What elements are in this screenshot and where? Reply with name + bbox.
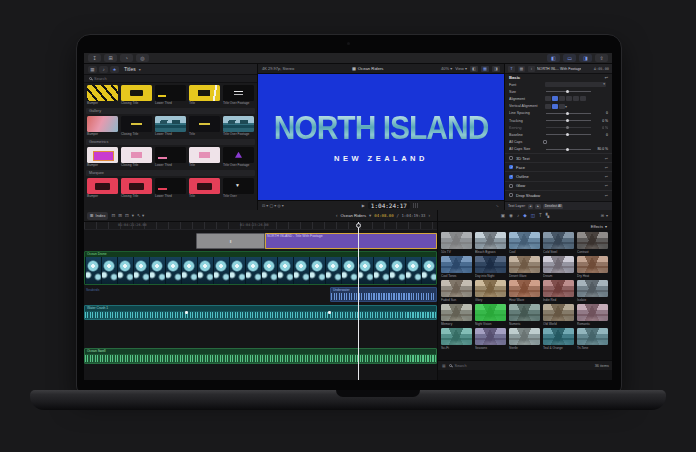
effect-tile[interactable]: Day into Night [475,256,506,278]
effect-tile[interactable]: Contrast [577,232,608,254]
effect-tile[interactable]: Bleach Bypass [475,232,506,254]
section-checkbox[interactable] [509,193,513,197]
title-template[interactable]: Bumper [87,85,118,106]
prev-layer-button[interactable]: ◂ [528,204,534,209]
play-icon[interactable]: ▶ [362,203,365,208]
alignment-segment[interactable] [552,96,558,101]
keyframe-dot[interactable] [185,311,188,314]
range-check-icon[interactable]: ◧ [470,66,478,72]
effect-tile[interactable]: Glory [475,280,506,302]
share-icon[interactable]: ⇧ [595,54,608,62]
reset-icon[interactable]: ↩ [605,193,608,198]
timeline[interactable]: 01:04:21:26.0001:04:23:26.00 ‖ NORTH ISL… [84,222,437,380]
effect-tile[interactable]: Cool Tones [441,256,472,278]
effect-tile[interactable]: Sci-Fi [441,328,472,350]
media-sidebar-icon[interactable]: ▦ [88,66,97,73]
effects-header[interactable]: Effects ▾ [438,222,612,230]
info-inspector-icon[interactable]: i [528,66,535,72]
effects-search-placeholder[interactable]: Search [455,364,467,368]
effect-tile[interactable]: Dream [543,256,574,278]
parameter-slider[interactable] [546,149,591,150]
title-template[interactable]: Title Over Footage [223,85,254,106]
section-checkbox[interactable] [509,165,513,169]
index-button[interactable]: ☰ Index [87,212,108,220]
timeline-project-name[interactable]: Ocean Riders [340,213,366,218]
alignment-segments[interactable] [545,96,586,101]
list-view-icon[interactable]: ▦ [442,363,446,368]
slider-handle[interactable] [566,112,569,115]
crop-icon[interactable]: ▢ [269,203,273,208]
effect-tile[interactable]: Night Vision [475,304,506,326]
slider-handle[interactable] [566,119,569,122]
next-layer-button[interactable]: ▸ [535,204,541,209]
toggle-section-glow[interactable]: Glow↩ [505,181,612,190]
deselect-all-button[interactable]: Deselect All [543,204,564,209]
title-template[interactable]: Lower Third [155,178,186,199]
parameter-slider[interactable] [546,127,591,128]
title-template[interactable]: Title Over Footage [223,147,254,168]
keyframe-dot[interactable] [328,311,331,314]
audio-clip-green[interactable]: Ocean Swell [84,348,437,364]
gap-clip[interactable]: ‖ [196,233,265,249]
title-template[interactable]: Closing Title [121,85,152,106]
title-template[interactable]: Lower Third [155,116,186,137]
audio-clip-blue[interactable]: Underwater [330,287,437,302]
alignment-segment[interactable] [580,96,586,101]
video-clip[interactable]: Ocean Drone [84,251,437,285]
parameter-slider[interactable] [546,113,591,114]
title-template[interactable]: Lower Third [155,147,186,168]
timeline-panel-icon[interactable]: ▭ [563,54,576,62]
category-selector[interactable]: Titles [124,66,136,72]
trim-end-icon[interactable]: ⊞ [118,213,122,218]
keyword-editor-icon[interactable]: ⊞ [104,54,117,62]
font-dropdown[interactable] [545,82,606,87]
camera-browser-icon[interactable]: ▣ [501,213,505,218]
parameter-slider[interactable] [546,120,591,121]
effect-tile[interactable]: Isolate [577,280,608,302]
title-template[interactable]: Title Over [223,178,254,199]
effect-tile[interactable]: Cool [509,232,540,254]
valign-segment[interactable] [545,104,551,109]
clip-skimming-icon[interactable]: ▾ [132,213,134,218]
timeline-ruler[interactable]: 01:04:21:26.0001:04:23:26.00 [84,222,437,230]
title-template[interactable]: Title Over Footage [223,116,254,137]
title-template[interactable]: Closing Title [121,178,152,199]
effect-tile[interactable]: Sterile [509,328,540,350]
title-template[interactable]: Closing Title [121,116,152,137]
titles-generators-icon[interactable]: ★ [110,66,119,73]
alignment-segment[interactable] [566,96,572,101]
media-import-icon[interactable]: ↧ [88,54,101,62]
title-text-sub[interactable]: NEW ZEALAND [334,154,428,163]
reset-icon[interactable]: ↩ [605,174,608,179]
photos-audio-icon[interactable]: ♪ [99,66,108,73]
toggle-section-face[interactable]: Face↩ [505,162,612,171]
effect-tile[interactable]: Cold Steel [543,232,574,254]
effect-tile[interactable]: Desert Glare [509,256,540,278]
music-browser-icon[interactable]: ♪ [517,213,519,218]
photos-browser-icon[interactable]: ◉ [509,213,513,218]
slider-handle[interactable] [566,133,569,136]
next-project-icon[interactable]: › [429,213,431,218]
prev-project-icon[interactable]: ‹ [336,213,338,218]
browser-panel-icon[interactable]: ◧ [547,54,560,62]
toggle-section-outline[interactable]: Outline↩ [505,171,612,180]
playhead[interactable] [358,222,359,380]
compare-icon[interactable]: ◨ [492,66,500,72]
playhead-handle[interactable] [356,223,361,228]
title-text-main[interactable]: NORTH ISLAND [274,109,489,147]
title-clip-selected[interactable]: NORTH ISLAND - Title With Footage [265,233,437,249]
effect-tile[interactable]: Romantic [577,304,608,326]
title-template[interactable]: Lower Third [155,85,186,106]
title-template[interactable]: Title [189,178,220,199]
view-dropdown[interactable]: View ▾ [455,66,467,71]
effect-tile[interactable]: Seasons [475,328,506,350]
slider-handle[interactable] [566,148,569,151]
zoom-dropdown[interactable]: 40% ▾ [441,66,452,71]
select-tool-icon[interactable]: ↖ ▾ [137,213,144,218]
parameter-slider[interactable] [546,91,591,92]
titles-browser-icon[interactable]: T [539,213,542,218]
title-template[interactable]: Title [189,116,220,137]
reset-icon[interactable]: ↩ [605,165,608,170]
background-tasks-icon[interactable]: ◔ [120,54,133,62]
effect-tile[interactable]: Heat Wave [509,280,540,302]
